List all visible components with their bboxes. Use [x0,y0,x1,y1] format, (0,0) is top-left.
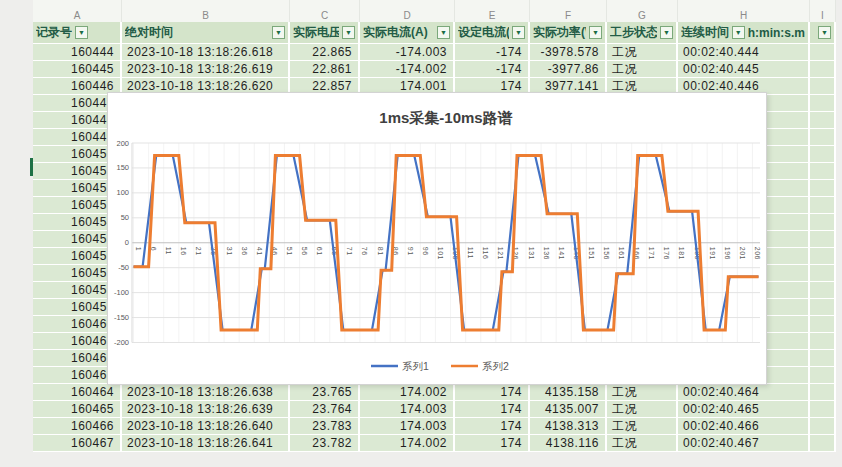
cell-col9[interactable] [810,231,836,248]
cell-col2[interactable]: 2023-10-18 13:18:26.638 [122,384,290,401]
table-row: 1604642023-10-18 13:18:26.63823.765174.0… [33,384,836,401]
cell-col9[interactable] [810,197,836,214]
cell-col9[interactable] [810,248,836,265]
cell-col9[interactable] [810,350,836,367]
filter-dropdown-icon[interactable]: ▼ [660,26,673,39]
cell-col2[interactable]: 2023-10-18 13:18:26.619 [122,61,290,78]
cell-col6[interactable]: 4135.158 [530,384,607,401]
cell-col9[interactable] [810,146,836,163]
cell-col9[interactable] [810,333,836,350]
cell-col4[interactable]: 174.003 [360,401,455,418]
x-axis-tick-label: 21 [195,247,202,256]
cell-col9[interactable] [810,316,836,333]
column-letter-H[interactable]: H [678,0,810,22]
x-axis-tick-label: 176 [663,247,670,260]
filter-dropdown-icon[interactable]: ▼ [342,26,355,39]
cell-col8[interactable]: 00:02:40.464 [678,384,810,401]
cell-col5[interactable]: -174 [455,44,530,61]
filter-dropdown-icon[interactable]: ▼ [437,26,450,39]
cell-col9[interactable] [810,435,836,452]
cell-col7[interactable]: 工况 [607,384,678,401]
cell-col5[interactable]: 174 [455,384,530,401]
x-axis-tick-label: 76 [361,247,368,256]
cell-col9[interactable] [810,95,836,112]
cell-col2[interactable]: 2023-10-18 13:18:26.618 [122,44,290,61]
cell-col8[interactable]: 00:02:40.465 [678,401,810,418]
cell-col3[interactable]: 23.782 [290,435,360,452]
cell-col9[interactable] [810,367,836,384]
column-letter-E[interactable]: E [455,0,530,22]
cell-col7[interactable]: 工况 [607,401,678,418]
filter-dropdown-icon[interactable]: ▼ [272,26,285,39]
x-axis-tick-label: 131 [528,247,535,260]
cell-col9[interactable] [810,265,836,282]
cell-col9[interactable] [810,163,836,180]
cell-col9[interactable] [810,61,836,78]
cell-col3[interactable]: 22.861 [290,61,360,78]
cell-col9[interactable] [810,299,836,316]
cell-col6[interactable]: -3978.578 [530,44,607,61]
cell-col4[interactable]: 174.003 [360,418,455,435]
cell-col2[interactable]: 2023-10-18 13:18:26.639 [122,401,290,418]
cell-col9[interactable] [810,180,836,197]
cell-col7[interactable]: 工况 [607,435,678,452]
column-letter-B[interactable]: B [122,0,290,22]
cell-col3[interactable]: 23.765 [290,384,360,401]
cell-col4[interactable]: 174.002 [360,435,455,452]
cell-col8[interactable]: 00:02:40.445 [678,61,810,78]
cell-col1[interactable]: 160466 [33,418,122,435]
column-letter-F[interactable]: F [530,0,607,22]
cell-col7[interactable]: 工况 [607,418,678,435]
cell-col1[interactable]: 160467 [33,435,122,452]
cell-col9[interactable] [810,282,836,299]
cell-col9[interactable] [810,214,836,231]
cell-col5[interactable]: 174 [455,418,530,435]
table-row: 1604442023-10-18 13:18:26.61822.865-174.… [33,44,836,61]
cell-col9[interactable] [810,78,836,95]
table-header-row: 记录号▼绝对时间▼实际电压▼实际电流(A)▼设定电流(▼实际功率(W▼工步状态▼… [33,22,836,44]
cell-col3[interactable]: 23.783 [290,418,360,435]
cell-col5[interactable]: 174 [455,435,530,452]
column-letter-A[interactable]: A [33,0,122,22]
filter-dropdown-icon[interactable]: ▼ [818,26,831,39]
cell-col5[interactable]: 174 [455,401,530,418]
legend-label-2[interactable]: 系列2 [482,360,509,372]
cell-col3[interactable]: 22.865 [290,44,360,61]
cell-col9[interactable] [810,129,836,146]
cell-col1[interactable]: 160465 [33,401,122,418]
filter-dropdown-icon[interactable]: ▼ [512,26,525,39]
cell-col9[interactable] [810,384,836,401]
cell-col9[interactable] [810,112,836,129]
cell-col6[interactable]: 4138.313 [530,418,607,435]
cell-col6[interactable]: -3977.86 [530,61,607,78]
filter-dropdown-icon[interactable]: ▼ [589,26,602,39]
column-letter-C[interactable]: C [290,0,360,22]
cell-col2[interactable]: 2023-10-18 13:18:26.640 [122,418,290,435]
cell-col7[interactable]: 工况 [607,44,678,61]
cell-col1[interactable]: 160445 [33,61,122,78]
filter-dropdown-icon[interactable]: ▼ [732,26,745,39]
column-letter-G[interactable]: G [607,0,678,22]
cell-col1[interactable]: 160464 [33,384,122,401]
column-letter-D[interactable]: D [360,0,455,22]
cell-col9[interactable] [810,401,836,418]
cell-col9[interactable] [810,418,836,435]
cell-col9[interactable] [810,44,836,61]
cell-col7[interactable]: 工况 [607,61,678,78]
cell-col4[interactable]: 174.002 [360,384,455,401]
column-letter-I[interactable]: I [810,0,836,22]
cell-col6[interactable]: 4138.116 [530,435,607,452]
cell-col4[interactable]: -174.002 [360,61,455,78]
cell-col5[interactable]: -174 [455,61,530,78]
cell-col8[interactable]: 00:02:40.444 [678,44,810,61]
chart-overlay[interactable]: 200150100500-50-100-150-2001611162126313… [107,92,767,385]
cell-col1[interactable]: 160444 [33,44,122,61]
cell-col6[interactable]: 4135.007 [530,401,607,418]
cell-col2[interactable]: 2023-10-18 13:18:26.641 [122,435,290,452]
filter-dropdown-icon[interactable]: ▼ [75,26,88,39]
cell-col8[interactable]: 00:02:40.466 [678,418,810,435]
cell-col3[interactable]: 23.764 [290,401,360,418]
cell-col8[interactable]: 00:02:40.467 [678,435,810,452]
legend-label-1[interactable]: 系列1 [402,360,429,372]
cell-col4[interactable]: -174.003 [360,44,455,61]
